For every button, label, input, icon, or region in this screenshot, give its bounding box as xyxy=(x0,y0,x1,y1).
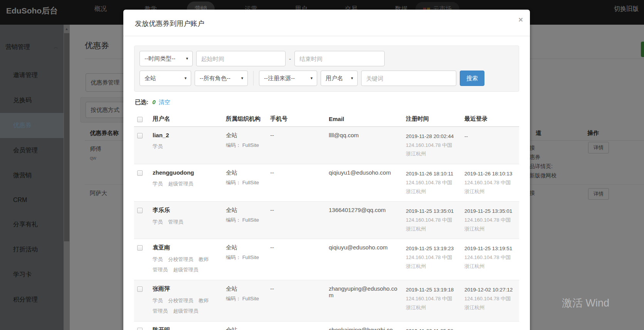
last-login: -- xyxy=(464,327,516,330)
username: 陈开明 xyxy=(153,327,220,330)
phone-cell: -- xyxy=(267,127,326,164)
datetime-line: 124.160.104.78 中国 xyxy=(464,295,516,303)
role-tag: 分校管理员 xyxy=(168,255,193,264)
phone-cell: -- xyxy=(267,239,326,280)
datetime-line: 124.160.104.78 中国 xyxy=(406,253,458,262)
site-select[interactable]: 全站 ▼ xyxy=(140,71,191,86)
datetime-line: 浙江杭州 xyxy=(464,225,516,234)
role-tag: 教师 xyxy=(198,255,209,264)
register-time: 2019-11-26 18:10:11 124.160.104.78 中国 浙江… xyxy=(406,169,458,196)
role-tags: 学员 管理员 xyxy=(153,216,220,227)
windows-activation-watermark: 激活 Wind xyxy=(562,296,609,310)
row-checkbox[interactable] xyxy=(137,170,143,176)
role-tag: 教师 xyxy=(198,296,209,305)
selected-count: 0 xyxy=(152,99,155,105)
email-cell: llll@qq.com xyxy=(326,127,403,164)
datetime-line: 124.160.104.78 中国 xyxy=(406,295,458,303)
table-row: zhengguodong 学员 超级管理员 全站 编码： FullSite --… xyxy=(134,164,519,202)
end-time-input[interactable] xyxy=(294,51,385,66)
org-code: 编码： FullSite xyxy=(226,254,264,261)
datetime-line: 124.160.104.78 中国 xyxy=(464,216,516,225)
username: 张雨萍 xyxy=(153,285,220,293)
caret-down-icon: ▼ xyxy=(184,71,187,86)
col-organization: 所属组织机构 xyxy=(223,111,267,127)
org-name: 全站 xyxy=(226,327,264,330)
caret-down-icon: ▼ xyxy=(350,71,354,86)
caret-down-icon: ▼ xyxy=(240,71,244,86)
role-tag: 学员 xyxy=(153,255,163,264)
org-code: 编码： FullSite xyxy=(226,295,264,302)
col-username: 用户名 xyxy=(150,111,223,127)
row-checkbox[interactable] xyxy=(137,133,143,138)
datetime-line: -- xyxy=(464,327,516,330)
datetime-line: 2019-11-26 18:10:13 xyxy=(464,169,516,178)
last-login: 2019-11-26 18:10:13 124.160.104.78 中国 浙江… xyxy=(464,169,516,196)
role-tags: 学员 分校管理员 教师 管理员 超级管理员 xyxy=(153,295,220,316)
col-last-login: 最近登录 xyxy=(461,111,519,127)
register-time: 2019-11-25 13:35:01 124.160.104.78 中国 浙江… xyxy=(406,207,458,233)
phone-cell: -- xyxy=(267,202,326,239)
start-time-input[interactable] xyxy=(196,51,286,66)
selected-label: 已选: xyxy=(135,99,148,105)
row-checkbox[interactable] xyxy=(137,328,143,330)
datetime-line: 浙江杭州 xyxy=(406,150,458,158)
time-type-select[interactable]: --时间类型-- ▼ xyxy=(140,51,193,66)
role-tag: 学员 xyxy=(153,179,163,188)
datetime-line: 2019-11-25 13:19:51 xyxy=(464,244,516,253)
org-name: 全站 xyxy=(226,169,264,177)
table-header-row: 用户名 所属组织机构 手机号 Email 注册时间 最近登录 xyxy=(134,111,519,127)
search-field-select[interactable]: 用户名 ▼ xyxy=(321,71,358,86)
register-source-select[interactable]: --注册来源-- ▼ xyxy=(259,71,317,86)
org-code: 编码： FullSite xyxy=(226,217,264,224)
modal-body: --时间类型-- ▼ - 全站 ▼ --所有角色-- ▼ xyxy=(123,36,530,330)
datetime-line: 2019-11-25 13:19:23 xyxy=(406,244,458,253)
datetime-line: 124.160.104.78 中国 xyxy=(406,178,458,187)
role-tag: 超级管理员 xyxy=(173,265,198,274)
row-checkbox[interactable] xyxy=(137,286,143,292)
close-icon[interactable]: × xyxy=(518,16,523,24)
role-tag: 管理员 xyxy=(153,265,168,274)
register-time: 2019-11-22 11:25:58 xyxy=(406,327,458,330)
last-login: 2019-11-25 13:35:01 124.160.104.78 中国 浙江… xyxy=(464,207,516,233)
role-tag: 学员 xyxy=(153,296,163,305)
email-cell: 1366401279@qq.com xyxy=(326,202,403,239)
datetime-line: 浙江杭州 xyxy=(464,303,516,312)
phone-cell: -- xyxy=(267,280,326,322)
col-phone: 手机号 xyxy=(267,111,326,127)
org-name: 全站 xyxy=(226,132,264,139)
email-cell: zhangyuping@edusoho.com xyxy=(326,280,403,322)
clear-selection-link[interactable]: 清空 xyxy=(159,99,170,105)
row-checkbox[interactable] xyxy=(137,208,143,213)
datetime-line: 浙江杭州 xyxy=(464,262,516,271)
org-name: 全站 xyxy=(226,207,264,214)
register-time: 2019-11-25 13:19:23 124.160.104.78 中国 浙江… xyxy=(406,244,458,271)
datetime-line: 124.160.104.78 中国 xyxy=(406,216,458,225)
org-name: 全站 xyxy=(226,244,264,251)
user-table-body: lian_2 学员 全站 编码： FullSite -- llll@qq.com… xyxy=(134,127,519,330)
last-login: 2019-12-02 10:27:12 124.160.104.78 中国 浙江… xyxy=(464,285,516,312)
table-row: 袁亚南 学员 分校管理员 教师 管理员 超级管理员 全站 编码： FullSit… xyxy=(134,239,519,280)
role-select[interactable]: --所有角色-- ▼ xyxy=(195,71,248,86)
col-register-time: 注册时间 xyxy=(403,111,461,127)
modal-title: 发放优惠券到用户账户 xyxy=(135,19,518,28)
caret-down-icon: ▼ xyxy=(185,51,189,66)
col-email: Email xyxy=(326,111,403,127)
keyword-input[interactable] xyxy=(361,71,456,86)
datetime-line: 2019-11-25 13:35:01 xyxy=(406,207,458,216)
divider xyxy=(253,71,254,86)
select-all-checkbox[interactable] xyxy=(137,117,143,122)
username: zhengguodong xyxy=(153,169,220,176)
role-tag: 管理员 xyxy=(168,217,183,226)
phone-cell: -- xyxy=(267,164,326,202)
role-tags: 学员 超级管理员 xyxy=(153,178,220,189)
datetime-line: 浙江杭州 xyxy=(464,187,516,196)
table-row: 张雨萍 学员 分校管理员 教师 管理员 超级管理员 全站 编码： FullSit… xyxy=(134,280,519,322)
row-checkbox[interactable] xyxy=(137,245,143,251)
role-tag: 学员 xyxy=(153,217,163,226)
search-button[interactable]: 搜索 xyxy=(460,71,484,86)
datetime-line: 124.160.104.78 中国 xyxy=(464,178,516,187)
role-tag: 学员 xyxy=(153,142,163,151)
modal-header: 发放优惠券到用户账户 × xyxy=(123,10,530,36)
role-tag: 管理员 xyxy=(153,306,168,315)
last-login: 2019-11-25 13:19:51 124.160.104.78 中国 浙江… xyxy=(464,244,516,271)
